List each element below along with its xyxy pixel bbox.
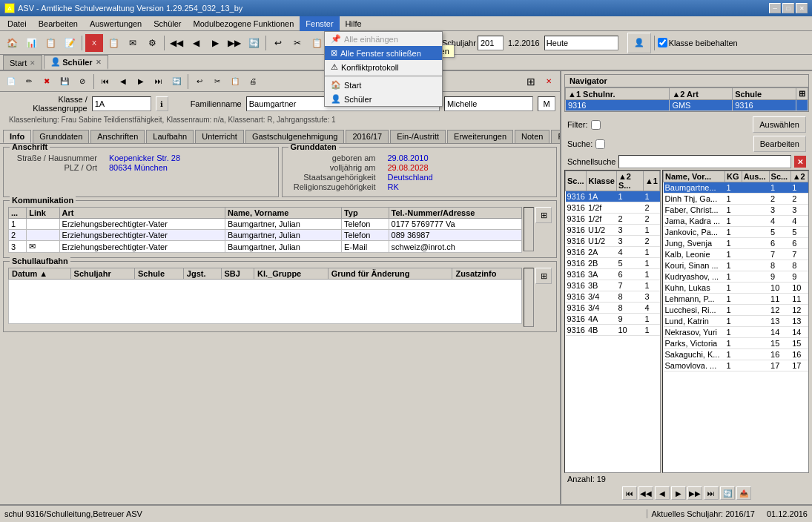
- right-list-row-3[interactable]: Jama, Kadra ...144: [664, 216, 808, 227]
- first-btn[interactable]: ⏮: [97, 73, 113, 90]
- toolbar-btn-10[interactable]: ◀: [187, 34, 205, 52]
- today-combo[interactable]: [544, 36, 618, 50]
- right-list-row-9[interactable]: Kuhn, Lukas11010: [664, 283, 808, 294]
- info-icon[interactable]: ℹ: [156, 96, 168, 111]
- left-class-list[interactable]: Sc... Klasse ▲2 S... ▲1 93161A1193161/2f…: [564, 170, 661, 473]
- nav-prev-prev[interactable]: ◀◀: [638, 486, 653, 500]
- expand-btn[interactable]: ⊞: [523, 73, 539, 90]
- cut-btn[interactable]: ✂: [209, 73, 225, 90]
- subtab-unterricht[interactable]: Unterricht: [195, 130, 244, 143]
- toolbar-btn-15[interactable]: ✂: [288, 34, 306, 52]
- right-list-row-15[interactable]: Sakaguchi, K...11616: [664, 349, 808, 360]
- left-list-row-7[interactable]: 93163A61: [566, 269, 660, 280]
- tab-schueler[interactable]: 👤 Schüler ✕: [44, 55, 108, 70]
- right-list-row-14[interactable]: Parks, Victoria11515: [664, 338, 808, 349]
- klasse-input[interactable]: [92, 96, 151, 111]
- subtab-grunddaten[interactable]: Grunddaten: [33, 130, 89, 143]
- next-btn[interactable]: ▶: [133, 73, 149, 90]
- toolbar-btn-9[interactable]: ◀◀: [168, 34, 185, 52]
- nav-schulnr-col[interactable]: ▲1 Schulnr.: [566, 88, 670, 100]
- right-list-row-8[interactable]: Kudryashov, ...199: [664, 271, 808, 283]
- close-panel-btn[interactable]: ✕: [541, 73, 557, 90]
- right-list-row-2[interactable]: Faber, Christ...133: [664, 205, 808, 216]
- cancel-btn[interactable]: ⊘: [74, 73, 90, 90]
- left-list-row-1[interactable]: 93161/2f2: [566, 202, 660, 214]
- save-btn[interactable]: 💾: [56, 73, 73, 90]
- right-list-row-5[interactable]: Jung, Svenja166: [664, 238, 808, 249]
- nav-art-col[interactable]: ▲2 Art: [670, 88, 733, 100]
- comm-add-btn[interactable]: ⊞: [535, 207, 552, 223]
- toolbar-btn-14[interactable]: ↩: [269, 34, 287, 52]
- nav-expand-col[interactable]: ⊞: [796, 88, 808, 100]
- subtab-anschriften[interactable]: Anschriften: [90, 130, 145, 143]
- right-list-row-16[interactable]: Samovlova. ...11717: [664, 360, 808, 371]
- menu-hilfe[interactable]: Hilfe: [340, 16, 368, 31]
- nav-prev[interactable]: ◀: [655, 486, 670, 500]
- fenster-start[interactable]: 🏠 Start: [325, 78, 442, 92]
- ll-klasse-col[interactable]: Klasse: [587, 171, 616, 191]
- subtab-2016[interactable]: 2016/17: [346, 130, 389, 143]
- toolbar-btn-13[interactable]: 🔄: [245, 34, 263, 52]
- rl-aus-col[interactable]: Aus...: [742, 171, 769, 182]
- ll-s1-col[interactable]: ▲1: [643, 171, 659, 191]
- tab-start-close[interactable]: ✕: [30, 59, 36, 67]
- schnellsuche-input[interactable]: [618, 155, 791, 168]
- klasse-beibehalten-checkbox[interactable]: [658, 38, 667, 47]
- subtab-erweiterungen[interactable]: Erweiterungen: [447, 130, 513, 143]
- toolbar-btn-4[interactable]: 📝: [61, 34, 79, 52]
- tab-start[interactable]: Start ✕: [3, 55, 42, 70]
- left-list-row-9[interactable]: 93163/483: [566, 291, 660, 303]
- left-list-row-6[interactable]: 93162B51: [566, 258, 660, 269]
- left-list-row-4[interactable]: 9316U1/232: [566, 236, 660, 247]
- toolbar-btn-1[interactable]: 🏠: [3, 34, 21, 52]
- right-list-row-13[interactable]: Nekrasov, Yuri11414: [664, 327, 808, 338]
- copy-btn[interactable]: 📋: [227, 73, 243, 90]
- ll-s2-col[interactable]: ▲2 S...: [616, 171, 643, 191]
- toolbar-btn-5[interactable]: X: [85, 34, 103, 52]
- search-checkbox[interactable]: [595, 139, 605, 149]
- left-list-row-0[interactable]: 93161A11: [566, 191, 660, 202]
- comm-scrollbar[interactable]: [524, 207, 534, 251]
- menu-bearbeiten[interactable]: Bearbeiten: [33, 16, 84, 31]
- ll-sc-col[interactable]: Sc...: [566, 171, 587, 191]
- mw-input[interactable]: [538, 96, 555, 111]
- nav-next[interactable]: ▶: [671, 486, 686, 500]
- left-list-row-12[interactable]: 93164B101: [566, 325, 660, 336]
- toolbar-btn-11[interactable]: ▶: [206, 34, 224, 52]
- right-list-row-7[interactable]: Kouri, Sinan ...188: [664, 260, 808, 271]
- rl-kg-col[interactable]: KG: [724, 171, 742, 182]
- subtab-person[interactable]: Person: [551, 130, 560, 143]
- rl-nr-col[interactable]: ▲2: [790, 171, 808, 182]
- nav-first[interactable]: ⏮: [622, 486, 637, 500]
- minimize-btn[interactable]: ─: [769, 3, 781, 13]
- bearbeiten-btn[interactable]: Bearbeiten: [753, 136, 806, 152]
- filter-checkbox[interactable]: [591, 120, 601, 130]
- left-list-row-8[interactable]: 93163B71: [566, 280, 660, 291]
- comm-row-1[interactable]: 1 Erziehungsberechtigter-Vater Baumgartn…: [9, 219, 522, 230]
- left-list-row-11[interactable]: 93164A91: [566, 314, 660, 325]
- fenster-konflikt[interactable]: ⚠ Konfliktprotokoll: [325, 60, 442, 74]
- user-btn[interactable]: 👤: [627, 33, 651, 53]
- close-btn[interactable]: ✕: [796, 3, 808, 13]
- prev-btn[interactable]: ◀: [115, 73, 131, 90]
- toolbar-btn-8[interactable]: ⚙: [143, 34, 161, 52]
- toolbar-btn-2[interactable]: 📊: [22, 34, 40, 52]
- left-list-row-10[interactable]: 93163/484: [566, 303, 660, 314]
- comm-row-3[interactable]: 3✉ Erziehungsberechtigter-Vater Baumgart…: [9, 241, 522, 253]
- subtab-info[interactable]: Info: [3, 130, 31, 143]
- maximize-btn[interactable]: □: [782, 3, 794, 13]
- subtab-laufbahn[interactable]: Laufbahn: [146, 130, 194, 143]
- last-btn[interactable]: ⏭: [151, 73, 167, 90]
- tab-schueler-close[interactable]: ✕: [96, 59, 102, 66]
- right-list-row-11[interactable]: Lucchesi, Ri...11212: [664, 305, 808, 316]
- right-list-row-4[interactable]: Jankovic, Pa...155: [664, 227, 808, 238]
- rl-sc-col[interactable]: Sc...: [769, 171, 790, 182]
- right-list-row-12[interactable]: Lund, Katrin11313: [664, 316, 808, 327]
- print-btn[interactable]: 🖨: [245, 73, 261, 90]
- nav-export[interactable]: 📤: [736, 486, 751, 500]
- menu-fenster[interactable]: Fenster: [300, 16, 339, 31]
- sb-scrollbar[interactable]: [524, 268, 534, 327]
- nav-next-next[interactable]: ▶▶: [687, 486, 702, 500]
- right-student-list[interactable]: Name, Vor... KG Aus... Sc... ▲2 Baumgart…: [662, 170, 809, 473]
- toolbar-btn-3[interactable]: 📋: [42, 34, 59, 52]
